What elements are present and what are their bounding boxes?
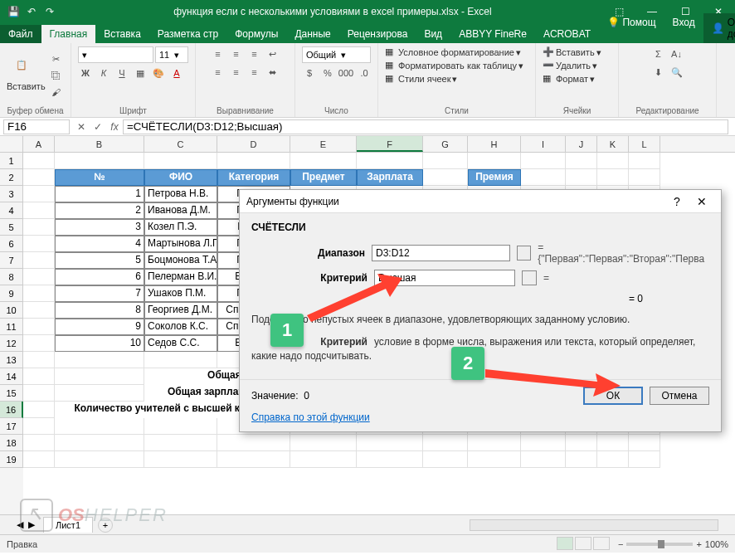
- undo-icon[interactable]: ↶: [25, 5, 38, 18]
- col-F[interactable]: F: [357, 136, 423, 152]
- cell[interactable]: Категория: [217, 169, 290, 186]
- bold-button[interactable]: Ж: [78, 66, 93, 80]
- cell[interactable]: [290, 451, 357, 468]
- row-4[interactable]: 4: [0, 202, 23, 219]
- horizontal-scrollbar[interactable]: [470, 519, 718, 531]
- cell[interactable]: [423, 153, 468, 169]
- cell[interactable]: [55, 435, 144, 451]
- cell[interactable]: [23, 285, 55, 302]
- cell[interactable]: [55, 368, 144, 385]
- row-12[interactable]: 12: [0, 335, 23, 352]
- col-G[interactable]: G: [423, 136, 468, 152]
- cancel-button[interactable]: Отмена: [650, 387, 709, 405]
- col-L[interactable]: L: [629, 136, 660, 152]
- align-center-icon[interactable]: ≡: [229, 65, 244, 80]
- tab-insert[interactable]: Вставка: [95, 25, 149, 43]
- format-cells-button[interactable]: ▦Формат ▾: [543, 73, 595, 85]
- cell[interactable]: [23, 385, 55, 402]
- tab-acrobat[interactable]: ACROBAT: [535, 25, 599, 43]
- cell[interactable]: [357, 435, 423, 451]
- cell[interactable]: [144, 418, 217, 435]
- col-C[interactable]: C: [144, 136, 217, 152]
- cell[interactable]: 10: [55, 335, 144, 352]
- sort-icon[interactable]: A↓: [669, 46, 684, 61]
- cut-icon[interactable]: ✂: [49, 51, 64, 66]
- share-button[interactable]: 👤 Общий доступ: [703, 13, 735, 43]
- redo-icon[interactable]: ↷: [43, 5, 56, 18]
- cell[interactable]: [23, 202, 55, 219]
- row-3[interactable]: 3: [0, 186, 23, 202]
- cell[interactable]: [23, 418, 55, 435]
- align-mid-icon[interactable]: ≡: [229, 46, 244, 61]
- tab-file[interactable]: Файл: [0, 25, 41, 43]
- row-11[interactable]: 11: [0, 319, 23, 335]
- cell[interactable]: [217, 153, 290, 169]
- number-format-dropdown[interactable]: Общий ▾: [302, 46, 371, 63]
- row-9[interactable]: 9: [0, 285, 23, 302]
- underline-button[interactable]: Ч: [114, 66, 129, 80]
- wrap-icon[interactable]: ↩: [265, 46, 280, 61]
- cell[interactable]: 1: [55, 186, 144, 202]
- row-15[interactable]: 15: [0, 385, 23, 402]
- cell[interactable]: Седов С.С.: [144, 335, 217, 352]
- cell[interactable]: [566, 153, 597, 169]
- cell[interactable]: [23, 252, 55, 269]
- formula-input[interactable]: [123, 119, 728, 134]
- row-13[interactable]: 13: [0, 352, 23, 368]
- cell[interactable]: Соколов К.С.: [144, 319, 217, 335]
- cell[interactable]: [468, 451, 521, 468]
- accept-formula-icon[interactable]: ✓: [90, 121, 106, 133]
- cell[interactable]: ФИО: [144, 169, 217, 186]
- tab-home[interactable]: Главная: [41, 25, 96, 43]
- cell[interactable]: №: [55, 169, 144, 186]
- row-8[interactable]: 8: [0, 269, 23, 285]
- cell[interactable]: [629, 451, 660, 468]
- arg2-input[interactable]: [374, 270, 515, 286]
- dialog-help-icon[interactable]: ?: [664, 195, 689, 208]
- autosum-icon[interactable]: Σ: [651, 46, 666, 61]
- row-7[interactable]: 7: [0, 252, 23, 269]
- row-19[interactable]: 19: [0, 451, 23, 468]
- cell[interactable]: [521, 435, 566, 451]
- paste-button[interactable]: 📋 Вставить: [7, 60, 46, 91]
- cell[interactable]: [566, 435, 597, 451]
- tab-view[interactable]: Вид: [416, 25, 450, 43]
- cell[interactable]: [55, 418, 144, 435]
- percent-icon[interactable]: %: [320, 66, 335, 80]
- cell[interactable]: [468, 435, 521, 451]
- help-link[interactable]: Справка по этой функции: [251, 411, 370, 423]
- font-color-button[interactable]: A: [169, 66, 184, 80]
- cell[interactable]: [23, 219, 55, 236]
- cell[interactable]: Предмет: [290, 169, 357, 186]
- font-size-dropdown[interactable]: 11 ▾: [155, 46, 188, 63]
- cancel-formula-icon[interactable]: ✕: [73, 121, 90, 133]
- cell[interactable]: [23, 335, 55, 352]
- cell[interactable]: [23, 186, 55, 202]
- cell[interactable]: [566, 169, 597, 186]
- cell[interactable]: Георгиев Д.М.: [144, 302, 217, 319]
- cell[interactable]: [357, 153, 423, 169]
- dialog-close-icon[interactable]: ✕: [689, 195, 714, 208]
- col-J[interactable]: J: [566, 136, 597, 152]
- col-I[interactable]: I: [521, 136, 566, 152]
- cell[interactable]: [423, 451, 468, 468]
- cell[interactable]: Премия: [468, 169, 521, 186]
- fill-icon[interactable]: ⬇: [651, 65, 666, 80]
- cell[interactable]: [23, 368, 55, 385]
- cell[interactable]: Ушаков П.М.: [144, 285, 217, 302]
- row-1[interactable]: 1: [0, 153, 23, 169]
- row-16[interactable]: 16: [0, 402, 23, 418]
- italic-button[interactable]: К: [96, 66, 111, 80]
- zoom-slider[interactable]: [626, 543, 693, 546]
- zoom-out-icon[interactable]: −: [618, 539, 623, 549]
- find-icon[interactable]: 🔍: [669, 65, 684, 80]
- cell[interactable]: [597, 169, 629, 186]
- cell[interactable]: [55, 385, 144, 402]
- align-right-icon[interactable]: ≡: [247, 65, 262, 80]
- merge-icon[interactable]: ⬌: [265, 65, 280, 80]
- row-18[interactable]: 18: [0, 435, 23, 451]
- col-K[interactable]: K: [597, 136, 629, 152]
- cell[interactable]: [217, 451, 290, 468]
- cell[interactable]: [23, 302, 55, 319]
- conditional-formatting-button[interactable]: ▦Условное форматирование ▾: [385, 46, 521, 58]
